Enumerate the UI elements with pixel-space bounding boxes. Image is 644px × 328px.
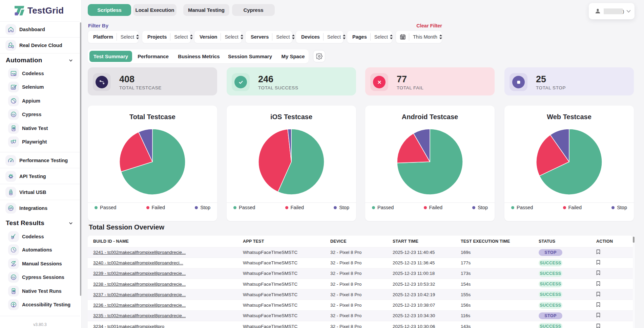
- svg-text:cy: cy: [12, 276, 15, 279]
- svg-text:cy: cy: [12, 113, 15, 116]
- svg-text:Se: Se: [12, 86, 15, 89]
